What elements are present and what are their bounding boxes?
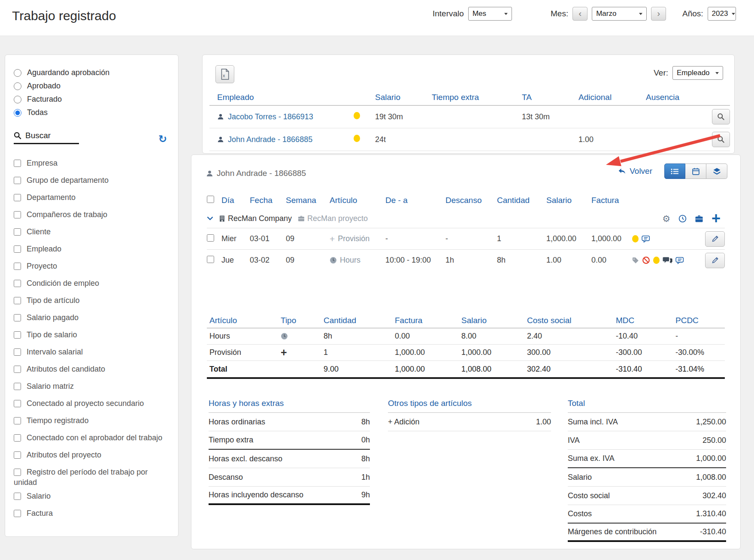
status-radio-approved[interactable]: Aprobado <box>14 79 171 93</box>
edit-row-button[interactable] <box>705 231 725 247</box>
person-icon <box>217 113 224 120</box>
checkbox-input[interactable] <box>14 451 21 459</box>
column-header[interactable]: Fecha <box>250 196 286 205</box>
checkbox-input[interactable] <box>14 348 21 356</box>
checkbox-input[interactable] <box>14 314 21 321</box>
filter-checkbox-empleado[interactable]: Empleado <box>14 240 171 257</box>
edit-row-button[interactable] <box>705 253 725 268</box>
comment-bubble-icon[interactable] <box>642 235 650 243</box>
checkbox-input[interactable] <box>14 280 21 287</box>
checkbox-input[interactable] <box>14 469 21 476</box>
checkbox-input[interactable] <box>14 417 21 424</box>
open-detail-button[interactable] <box>712 132 730 147</box>
column-header[interactable]: Ausencia <box>646 93 710 102</box>
column-header[interactable]: Salario <box>375 93 432 102</box>
column-header[interactable]: Descanso <box>445 196 497 205</box>
interval-select[interactable]: Mes <box>468 7 512 21</box>
checkbox-input[interactable] <box>14 160 21 167</box>
checkbox-input[interactable] <box>14 211 21 218</box>
filter-checkbox-departamento[interactable]: Departamento <box>14 189 171 206</box>
filter-checkbox-cliente[interactable]: Cliente <box>14 223 171 240</box>
briefcase-icon[interactable] <box>695 215 703 222</box>
list-view-button[interactable] <box>664 163 685 179</box>
radio-input[interactable] <box>14 96 21 103</box>
filter-checkbox-salario-pagado[interactable]: Salario pagado <box>14 309 171 326</box>
column-header[interactable]: Salario <box>546 196 591 205</box>
checkbox-input[interactable] <box>14 383 21 390</box>
search-input[interactable] <box>25 131 68 140</box>
checkbox-input[interactable] <box>14 510 21 517</box>
checkbox-input[interactable] <box>14 366 21 373</box>
years-select[interactable]: 2023 <box>708 7 736 21</box>
checkbox-input[interactable] <box>14 228 21 236</box>
filter-checkbox-intervalo-salarial[interactable]: Intervalo salarial <box>14 343 171 360</box>
view-select[interactable]: Empleado <box>672 66 723 80</box>
clock-icon[interactable] <box>678 215 687 223</box>
column-header[interactable]: Factura <box>591 196 632 205</box>
checkbox-input[interactable] <box>14 493 21 500</box>
filter-checkbox-salario-matriz[interactable]: Salario matriz <box>14 378 171 395</box>
column-header[interactable]: Tiempo extra <box>432 93 522 102</box>
filter-checkbox-tipo-articulo[interactable]: Tipo de artículo <box>14 292 171 309</box>
layers-view-button[interactable] <box>706 163 727 179</box>
gear-icon[interactable]: ⚙ <box>662 214 670 223</box>
radio-input[interactable] <box>14 69 21 77</box>
radio-input[interactable] <box>14 82 21 90</box>
filter-checkbox-tiempo-registrado[interactable]: Tiempo registrado <box>14 412 171 429</box>
column-header[interactable]: De - a <box>385 196 445 205</box>
next-month-button[interactable]: › <box>651 7 666 21</box>
filter-checkbox-empresa[interactable]: Empresa <box>14 154 171 172</box>
column-header[interactable]: TA <box>522 93 578 102</box>
row-checkbox[interactable] <box>207 256 214 263</box>
checkbox-input[interactable] <box>14 177 21 184</box>
filter-checkbox-aprobador-trabajo[interactable]: Conectado con el aprobador del trabajo <box>14 429 171 446</box>
dia-cell: Mier <box>221 234 250 243</box>
calendar-view-button[interactable] <box>685 163 706 179</box>
status-radio-awaiting[interactable]: Aguardando aprobación <box>14 66 171 79</box>
employee-link[interactable]: John Andrade - 1866885 <box>209 135 354 144</box>
column-header[interactable]: Adicional <box>578 93 646 102</box>
status-radio-all[interactable]: Todas <box>14 106 171 119</box>
checkbox-input[interactable] <box>14 297 21 304</box>
filter-checkbox-proyecto[interactable]: Proyecto <box>14 257 171 275</box>
select-all-checkbox[interactable] <box>207 196 214 203</box>
search-box[interactable] <box>14 131 79 144</box>
back-button[interactable]: Volver <box>618 166 652 176</box>
checkbox-input[interactable] <box>14 194 21 201</box>
month-select[interactable]: Marzo <box>592 7 647 21</box>
filter-checkbox-tipo-salario[interactable]: Tipo de salario <box>14 326 171 343</box>
radio-input[interactable] <box>14 109 21 117</box>
chevron-down-icon[interactable] <box>207 216 213 221</box>
years-select-value: 2023 <box>712 9 728 18</box>
row-checkbox[interactable] <box>207 234 214 242</box>
checkbox-input[interactable] <box>14 400 21 407</box>
chat-bubbles-icon[interactable] <box>663 257 672 264</box>
filter-checkbox-proyecto-secundario[interactable]: Conectado al proyecto secundario <box>14 395 171 412</box>
filter-checkbox-salario[interactable]: Salario <box>14 487 171 505</box>
refresh-icon[interactable]: ↻ <box>158 134 167 144</box>
column-header[interactable]: Semana <box>286 196 330 205</box>
add-row-icon[interactable]: + <box>712 212 721 225</box>
filter-checkbox-factura[interactable]: Factura <box>14 505 171 522</box>
column-header[interactable]: Cantidad <box>497 196 546 205</box>
column-header[interactable]: Artículo <box>330 196 385 205</box>
column-header[interactable]: Empleado <box>209 93 354 102</box>
checkbox-input[interactable] <box>14 263 21 270</box>
checkbox-input[interactable] <box>14 331 21 339</box>
status-radio-invoiced[interactable]: Facturado <box>14 93 171 106</box>
filter-checkbox-companeros[interactable]: Compañeros de trabajo <box>14 206 171 223</box>
comment-bubble-icon[interactable] <box>675 257 684 264</box>
export-excel-button[interactable]: x <box>215 65 234 83</box>
column-header[interactable]: Día <box>221 196 250 205</box>
filter-checkbox-atributos-candidato[interactable]: Atributos del candidato <box>14 360 171 378</box>
employee-link[interactable]: Jacobo Torres - 1866913 <box>209 112 354 121</box>
filter-checkbox-registro-periodo[interactable]: Registro del período del trabajo por uni… <box>14 463 171 487</box>
filter-checkbox-condicion-empleo[interactable]: Condición de empleo <box>14 275 171 292</box>
open-detail-button[interactable] <box>712 109 730 124</box>
filter-checkbox-atributos-proyecto[interactable]: Atributos del proyecto <box>14 446 171 463</box>
prev-month-button[interactable]: ‹ <box>572 7 587 21</box>
filter-checkbox-grupo-departamento[interactable]: Grupo de departamento <box>14 172 171 189</box>
checkbox-input[interactable] <box>14 245 21 253</box>
checkbox-input[interactable] <box>14 434 21 442</box>
factura-cell: 0.00 <box>395 332 461 341</box>
